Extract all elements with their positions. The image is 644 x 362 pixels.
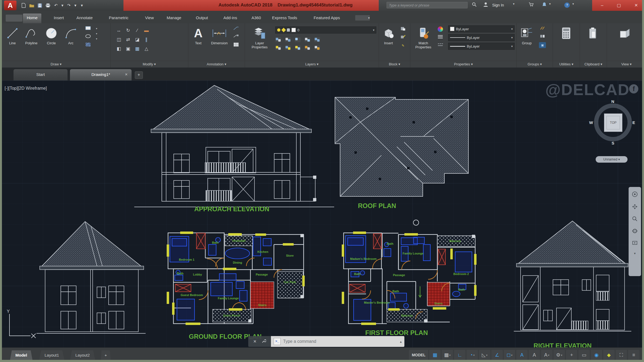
chevron-down-icon[interactable]: ▾	[473, 354, 475, 357]
move-icon[interactable]: ↔	[114, 26, 123, 35]
tab-featured-apps[interactable]: Featured Apps	[310, 14, 344, 23]
help-icon[interactable]: ?	[564, 2, 570, 8]
isodraft-icon[interactable]: ◺▾	[479, 350, 490, 360]
table-tool-icon[interactable]	[233, 42, 240, 48]
customize-wrench-icon[interactable]	[261, 339, 266, 344]
chevron-down-icon[interactable]: ▾	[96, 32, 97, 35]
stretch-icon[interactable]: ◧	[114, 44, 123, 53]
viewcube-top-face[interactable]: TOP	[604, 113, 622, 132]
layout1-tab[interactable]: Layout1	[39, 350, 64, 360]
chevron-down-icon[interactable]: ▾	[96, 37, 97, 40]
sign-in-label[interactable]: Sign In	[492, 3, 504, 7]
lineweight-dropdown[interactable]: ByLayer ▾	[448, 34, 515, 41]
full-navigation-wheel-icon[interactable]	[632, 191, 638, 199]
alert-bell-icon[interactable]	[542, 2, 546, 8]
qat-customize-chevron-icon[interactable]: ▾	[79, 3, 85, 8]
block-panel-label[interactable]: Block ▾	[379, 61, 410, 68]
linetype-dropdown[interactable]: ByLayer ▾	[448, 43, 515, 50]
model-space-toggle[interactable]: MODEL	[409, 350, 428, 360]
navbar-chevron-icon[interactable]: ▾	[634, 252, 636, 255]
new-drawing-button[interactable]: +	[135, 71, 143, 79]
save-icon[interactable]	[37, 3, 42, 8]
close-drawing-tab-icon[interactable]: ✕	[125, 69, 128, 80]
layers-panel-label[interactable]: Layers ▾	[245, 61, 379, 68]
minimize-button[interactable]: –	[595, 0, 609, 11]
view-button[interactable]	[616, 25, 634, 41]
new-file-icon[interactable]	[21, 3, 26, 8]
file-tab-start[interactable]: Start	[14, 69, 68, 81]
sign-in-chevron-icon[interactable]: ▾	[513, 2, 515, 6]
explode-icon[interactable]: △	[142, 44, 151, 53]
search-icon[interactable]	[472, 2, 477, 8]
layer-isolate-icon[interactable]	[285, 37, 291, 42]
polyline-button[interactable]: Polyline	[22, 25, 40, 45]
fillet-icon[interactable]: ◪	[133, 35, 142, 44]
layout2-tab[interactable]: Layout2	[70, 350, 95, 360]
navigation-bar[interactable]: ▾	[629, 187, 641, 276]
circle-button[interactable]: Circle	[42, 25, 60, 45]
tab-parametric[interactable]: Parametric	[105, 14, 132, 23]
arc-button[interactable]: Arc	[62, 25, 80, 45]
tab-express-tools[interactable]: Express Tools	[268, 14, 301, 23]
snap-icon[interactable]: ▩▾	[442, 350, 453, 360]
command-line[interactable]: ✕ >_ Type a command ▴	[248, 336, 404, 347]
object-snap-icon[interactable]: ◻▾	[504, 350, 515, 360]
drawing-canvas[interactable]: APPROACH ELEVATION ROOF PLAN	[2, 81, 644, 347]
close-button[interactable]: ✕	[629, 0, 643, 11]
help-chevron-icon[interactable]: ▾	[572, 2, 574, 6]
tab-home[interactable]: Home	[23, 14, 41, 23]
clipboard-button[interactable]	[584, 25, 602, 41]
zoom-extents-icon[interactable]	[632, 216, 638, 223]
cart-icon[interactable]	[529, 2, 534, 7]
utilities-panel-label[interactable]: Utilities ▾	[553, 61, 580, 68]
groups-panel-label[interactable]: Groups ▾	[517, 61, 553, 68]
layer-match-icon[interactable]	[314, 37, 320, 42]
layer-off-icon[interactable]	[275, 37, 281, 42]
group-edit-icon[interactable]	[539, 34, 546, 40]
draw-panel-label[interactable]: Draw ▾	[2, 61, 110, 68]
graphics-monitor-icon[interactable]: ▭	[578, 350, 590, 360]
annotation-scale-icon[interactable]: A▾	[541, 350, 552, 360]
orbit-icon[interactable]	[632, 228, 638, 235]
viewcube-north[interactable]: N	[611, 99, 614, 104]
chevron-down-icon[interactable]: ▾	[548, 354, 549, 357]
chevron-down-icon[interactable]: ▾	[449, 354, 451, 357]
model-tab[interactable]: Model	[10, 350, 32, 360]
redo-chevron-icon[interactable]: ▾	[74, 3, 76, 8]
pan-icon[interactable]	[632, 204, 638, 211]
grid-icon[interactable]: ▦	[429, 350, 441, 360]
leader-tool-icon[interactable]	[233, 26, 240, 32]
layer-lock-tool-icon[interactable]	[304, 37, 310, 42]
hatch-tool-icon[interactable]	[85, 42, 92, 48]
command-input[interactable]: >_ Type a command ▴	[271, 336, 404, 347]
group-button[interactable]: Group	[518, 25, 536, 45]
viewport-controls-label[interactable]: [-][Top][2D Wireframe]	[5, 86, 47, 91]
workspace-gear-icon[interactable]: ⚙▾	[554, 350, 565, 360]
layer-current-icon[interactable]	[304, 45, 310, 50]
color-wheel-icon[interactable]	[437, 26, 444, 32]
modify-panel-label[interactable]: Modify ▾	[110, 61, 188, 68]
ortho-icon[interactable]: ∟	[454, 350, 465, 360]
trim-icon[interactable]: ∕	[133, 26, 142, 35]
layer-dropdown[interactable]: 0 ▾	[275, 26, 376, 33]
scale-icon[interactable]: ▣	[123, 44, 133, 53]
offset-icon[interactable]: ∥	[142, 35, 151, 44]
chevron-down-icon[interactable]: ▾	[511, 354, 512, 357]
rectangle-tool-icon[interactable]	[85, 26, 92, 32]
showmotion-icon[interactable]	[632, 240, 637, 246]
redo-icon[interactable]: ↷	[66, 3, 72, 8]
chevron-down-icon[interactable]: ▾	[96, 27, 97, 30]
group-selection-toggle-icon[interactable]: ▣	[539, 42, 546, 48]
layer-unlock-icon[interactable]	[285, 45, 291, 50]
isolate-objects-icon[interactable]: ◆	[603, 350, 615, 360]
osnap-angle-icon[interactable]: ∠	[491, 350, 503, 360]
layer-thaw-icon[interactable]	[295, 45, 301, 50]
viewcube[interactable]: N W E S TOP	[591, 101, 635, 144]
tab-view[interactable]: View	[141, 14, 157, 23]
viewcube-east[interactable]: E	[632, 120, 635, 125]
line-button[interactable]: Line	[4, 25, 21, 45]
properties-panel-label[interactable]: Properties ▾	[410, 61, 516, 68]
undo-chevron-icon[interactable]: ▾	[61, 3, 63, 8]
undo-icon[interactable]: ↶	[53, 3, 59, 8]
alert-chevron-icon[interactable]: ▾	[549, 2, 551, 6]
